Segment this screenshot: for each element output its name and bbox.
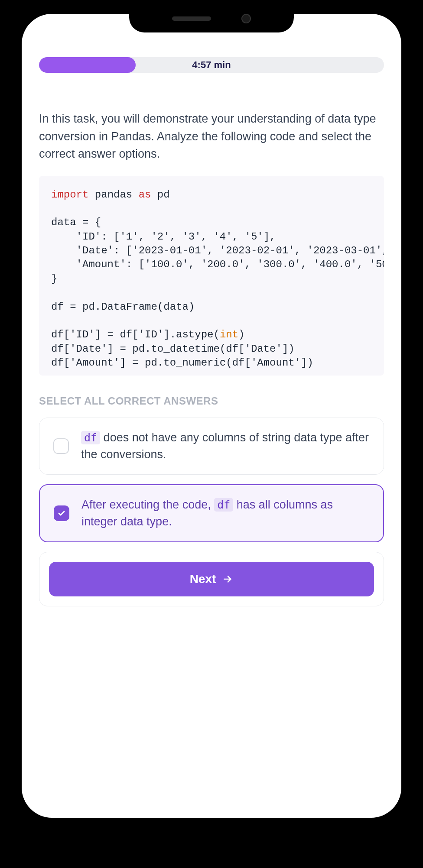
code-line: df = pd.DataFrame(data) [51, 301, 195, 313]
code-keyword: import [51, 189, 88, 201]
checkbox-icon[interactable] [54, 505, 69, 521]
code-keyword: as [139, 189, 151, 201]
code-line: df['Amount'] = pd.to_numeric(df['Amount'… [51, 357, 313, 369]
answer-option-2[interactable]: After executing the code, df has all col… [39, 484, 384, 542]
next-button-container: Next [39, 552, 384, 606]
checkbox-icon[interactable] [53, 438, 69, 454]
progress-fill [39, 57, 136, 73]
code-text: ) [238, 329, 244, 340]
progress-section: 4:57 min [22, 57, 401, 86]
section-label: SELECT ALL CORRECT ANSWERS [39, 395, 384, 407]
progress-bar: 4:57 min [39, 57, 384, 73]
code-text: pd [151, 189, 169, 201]
phone-notch [129, 4, 294, 32]
code-block[interactable]: import pandas as pd data = { 'ID': ['1',… [39, 176, 384, 376]
option-after: does not have any columns of string data… [81, 431, 369, 461]
code-line: data = { [51, 217, 101, 228]
inline-code: df [214, 498, 233, 512]
code-text: pandas [88, 189, 138, 201]
code-line: 'Date': ['2023-01-01', '2023-02-01', '20… [51, 245, 384, 256]
code-line: } [51, 273, 57, 285]
phone-frame: 4:57 min In this task, you will demonstr… [12, 4, 411, 827]
progress-timer: 4:57 min [192, 59, 231, 71]
main-area: In this task, you will demonstrate your … [22, 86, 401, 624]
question-text: In this task, you will demonstrate your … [39, 110, 384, 163]
screen: 4:57 min In this task, you will demonstr… [22, 14, 401, 818]
code-line: 'Amount': ['100.0', '200.0', '300.0', '4… [51, 259, 384, 270]
inline-code: df [81, 431, 100, 444]
arrow-right-icon [222, 573, 233, 585]
page-content: 4:57 min In this task, you will demonstr… [22, 14, 401, 624]
code-type: int [220, 329, 238, 340]
option-text: After executing the code, df has all col… [81, 496, 369, 530]
next-button-label: Next [190, 572, 216, 586]
answer-option-1[interactable]: df does not have any columns of string d… [39, 418, 384, 475]
next-button[interactable]: Next [49, 562, 374, 596]
speaker-slot [172, 16, 211, 21]
option-text: df does not have any columns of string d… [81, 429, 370, 463]
front-camera [241, 14, 251, 23]
code-line: 'ID': ['1', '2', '3', '4', '5'], [51, 231, 276, 243]
code-line: df['Date'] = pd.to_datetime(df['Date']) [51, 343, 295, 355]
code-text: df['ID'] = df['ID'].astype( [51, 329, 220, 340]
option-before: After executing the code, [81, 498, 214, 511]
